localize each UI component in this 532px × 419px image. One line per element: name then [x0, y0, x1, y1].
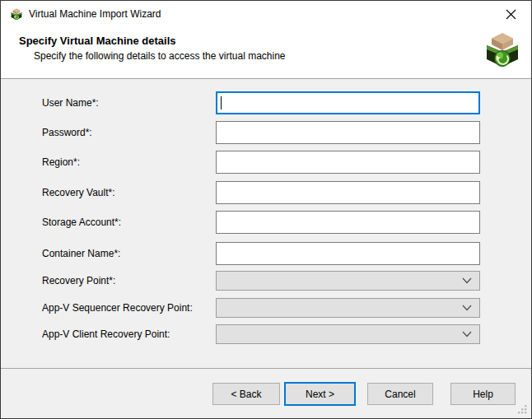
package-icon: [10, 7, 23, 21]
appv-sequencer-recovery-point-select[interactable]: [216, 298, 480, 318]
storage-account-input[interactable]: [216, 211, 480, 234]
close-icon: [506, 9, 516, 20]
user-name-input[interactable]: [216, 91, 480, 114]
cancel-button[interactable]: Cancel: [367, 383, 433, 405]
back-button[interactable]: < Back: [212, 383, 280, 405]
field-label-appv-client-recovery-point: App-V Client Recovery Point:: [42, 328, 211, 340]
recovery-vault-input[interactable]: [216, 181, 480, 204]
field-label-appv-sequencer-recovery-point: App-V Sequencer Recovery Point:: [42, 302, 211, 314]
recovery-point-select[interactable]: [216, 271, 480, 291]
field-label-user-name: User Name*:: [42, 97, 211, 109]
appv-client-recovery-point-select[interactable]: [216, 324, 480, 344]
package-icon: [483, 30, 522, 69]
help-button[interactable]: Help: [450, 383, 516, 405]
field-label-recovery-vault: Recovery Vault*:: [42, 187, 211, 198]
title-bar[interactable]: Virtual Machine Import Wizard: [1, 1, 531, 27]
region-input[interactable]: [216, 151, 480, 174]
wizard-header: Specify Virtual Machine details Specify …: [1, 27, 531, 79]
footer-divider: [1, 368, 531, 369]
page-title: Specify Virtual Machine details: [19, 35, 176, 47]
field-label-region: Region*:: [42, 156, 211, 168]
page-subtitle: Specify the following details to access …: [34, 50, 286, 62]
container-name-input[interactable]: [216, 242, 480, 265]
field-label-password: Password*:: [42, 127, 211, 138]
field-label-recovery-point: Recovery Point*:: [42, 275, 211, 286]
window-title: Virtual Machine Import Wizard: [29, 8, 161, 20]
text-caret: [221, 96, 222, 109]
resize-grip[interactable]: [517, 404, 528, 415]
password-input[interactable]: [216, 121, 480, 144]
field-label-storage-account: Storage Account*:: [42, 216, 211, 228]
field-label-container-name: Container Name*:: [42, 248, 211, 259]
next-button[interactable]: Next >: [284, 382, 356, 406]
chevron-down-icon: [462, 305, 472, 311]
dialog-window: Virtual Machine Import Wizard Specify Vi…: [0, 0, 532, 419]
close-button[interactable]: [497, 5, 525, 24]
chevron-down-icon: [462, 331, 472, 338]
chevron-down-icon: [462, 277, 472, 284]
